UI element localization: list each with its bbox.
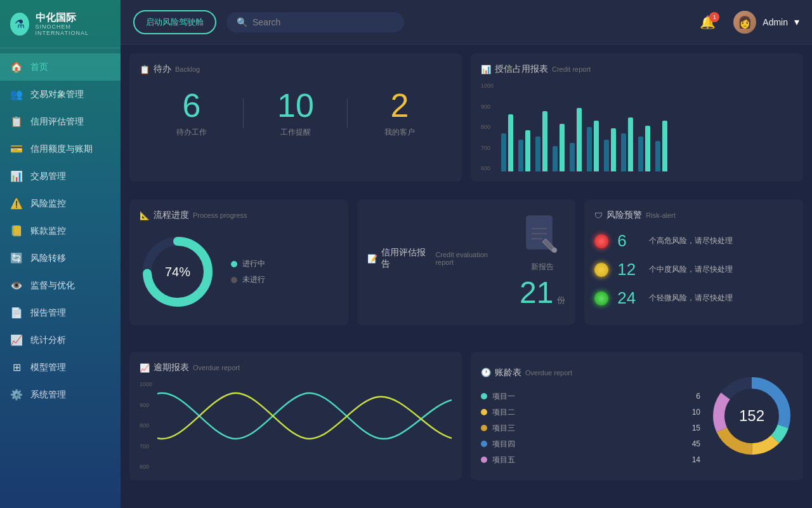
sidebar-item-风险监控[interactable]: ⚠️风险监控 bbox=[0, 190, 121, 217]
ledger-item-num: 15 bbox=[692, 424, 700, 432]
credit-eval-title-en: Credit evaluation report bbox=[435, 251, 504, 266]
bar-group bbox=[518, 130, 530, 171]
risk-alert-card: 🛡 风险预警 Risk-alert 6个高危风险，请尽快处理12个中度风险，请尽… bbox=[584, 199, 803, 325]
nav-icon-8: 👁️ bbox=[10, 279, 23, 291]
sidebar-item-交易对象管理[interactable]: 👥交易对象管理 bbox=[0, 81, 121, 108]
sidebar-item-账款监控[interactable]: 📒账款监控 bbox=[0, 217, 121, 244]
notification-badge: 1 bbox=[709, 12, 719, 22]
svg-point-8 bbox=[552, 248, 557, 253]
overdue-line-chart bbox=[157, 381, 452, 470]
row1: 📋 待办 Backlog 6待办工作10工作提醒2我的客户 📊 授信占用报表 C… bbox=[129, 53, 803, 182]
credit-report-title: 📊 授信占用报表 Credit report bbox=[481, 64, 793, 75]
metric-label: 我的客户 bbox=[348, 127, 452, 138]
ledger-total: 152 bbox=[739, 407, 764, 425]
user-area[interactable]: 👩 Admin ▾ bbox=[733, 11, 799, 34]
sidebar-item-报告管理[interactable]: 📄报告管理 bbox=[0, 299, 121, 326]
row3: 📈 逾期报表 Overdue report 1000 900 800 700 6… bbox=[129, 334, 803, 480]
search-input[interactable] bbox=[252, 17, 394, 27]
ledger-title-en: Overdue report bbox=[525, 369, 572, 377]
nav-icon-5: ⚠️ bbox=[10, 197, 23, 210]
backlog-title-en: Backlog bbox=[175, 65, 200, 73]
bar-dark bbox=[638, 137, 643, 171]
report-unit: 份 bbox=[557, 295, 565, 306]
overdue-card: 📈 逾期报表 Overdue report 1000 900 800 700 6… bbox=[129, 352, 462, 480]
nav-label-5: 风险监控 bbox=[30, 198, 66, 210]
metric-label: 工作提醒 bbox=[244, 127, 348, 138]
nav-icon-2: 📋 bbox=[10, 116, 23, 128]
bar-bright bbox=[508, 114, 513, 171]
sidebar-item-风险转移[interactable]: 🔄风险转移 bbox=[0, 244, 121, 272]
sidebar-item-系统管理[interactable]: ⚙️系统管理 bbox=[0, 381, 121, 408]
ledger-item-label: 项目五 bbox=[492, 455, 515, 465]
nav-label-8: 监督与优化 bbox=[30, 280, 75, 291]
main-area: 启动风险驾驶舱 🔍 🔔 1 👩 Admin ▾ 📋 待办 bbox=[121, 0, 812, 508]
ledger-dot bbox=[481, 425, 487, 431]
bar-dark bbox=[604, 140, 609, 171]
ledger-legend-row: 项目一6 bbox=[481, 391, 700, 402]
metric-label: 待办工作 bbox=[140, 127, 244, 138]
ledger-title-cn: 账龄表 bbox=[495, 367, 521, 378]
process-title-en: Process progress bbox=[193, 211, 247, 219]
bar-group bbox=[570, 108, 582, 171]
process-donut-container: 74% 进行中 未进行 bbox=[140, 229, 338, 315]
overdue-y-labels: 1000 900 800 700 600 bbox=[140, 381, 155, 470]
overdue-icon: 📈 bbox=[140, 363, 150, 373]
nav-label-10: 统计分析 bbox=[30, 335, 66, 346]
bar-dark bbox=[535, 137, 540, 171]
risk-dot-green bbox=[594, 291, 608, 305]
process-percent: 74% bbox=[165, 265, 190, 279]
nav-label-6: 账款监控 bbox=[30, 225, 66, 237]
overdue-title-cn: 逾期报表 bbox=[154, 362, 189, 373]
bar-bright bbox=[594, 121, 599, 171]
legend-label-active: 进行中 bbox=[242, 258, 265, 269]
risk-list: 6个高危风险，请尽快处理12个中度风险，请尽快处理24个轻微风险，请尽快处理 bbox=[594, 229, 793, 311]
backlog-icon: 📋 bbox=[140, 65, 150, 74]
logo-icon: ⚗ bbox=[10, 13, 29, 36]
risk-dot-yellow bbox=[594, 263, 608, 277]
ledger-donut: 152 bbox=[710, 375, 793, 457]
metric-item: 6待办工作 bbox=[140, 89, 244, 138]
sidebar-item-首页[interactable]: 🏠首页 bbox=[0, 53, 121, 81]
bar-dark bbox=[587, 127, 592, 171]
nav-icon-11: ⊞ bbox=[10, 361, 23, 373]
search-icon: 🔍 bbox=[237, 17, 247, 27]
credit-report-title-cn: 授信占用报表 bbox=[495, 64, 548, 75]
credit-eval-card: 📝 信用评估报告 Credit evaluation report 新报告 bbox=[357, 199, 576, 325]
ledger-legend-row: 项目四45 bbox=[481, 439, 700, 450]
credit-report-icon: 📊 bbox=[481, 65, 491, 74]
backlog-title-cn: 待办 bbox=[154, 64, 171, 75]
search-box: 🔍 bbox=[226, 12, 404, 32]
bar-dark bbox=[621, 133, 626, 171]
bar-group bbox=[621, 117, 633, 171]
sidebar-item-监督与优化[interactable]: 👁️监督与优化 bbox=[0, 272, 121, 299]
bar-group bbox=[501, 114, 513, 171]
credit-chart-y-labels: 1000 900 800 700 600 bbox=[481, 83, 496, 171]
sidebar-item-信用评估管理[interactable]: 📋信用评估管理 bbox=[0, 108, 121, 135]
nav-icon-9: 📄 bbox=[10, 307, 23, 319]
report-label: 新报告 bbox=[531, 262, 554, 272]
ledger-item-num: 14 bbox=[692, 455, 700, 464]
nav-icon-3: 💳 bbox=[10, 143, 23, 155]
risk-alert-title-en: Risk-alert bbox=[646, 211, 675, 219]
sidebar-item-交易管理[interactable]: 📊交易管理 bbox=[0, 163, 121, 190]
risk-count: 24 bbox=[617, 288, 640, 308]
launch-button[interactable]: 启动风险驾驶舱 bbox=[133, 10, 216, 34]
bar-group bbox=[553, 124, 565, 171]
risk-desc: 个轻微风险，请尽快处理 bbox=[649, 293, 733, 304]
nav-label-0: 首页 bbox=[30, 62, 48, 73]
backlog-card: 📋 待办 Backlog 6待办工作10工作提醒2我的客户 bbox=[129, 53, 462, 182]
sidebar-item-模型管理[interactable]: ⊞模型管理 bbox=[0, 354, 121, 381]
ledger-item-label: 项目四 bbox=[492, 439, 515, 450]
nav-icon-6: 📒 bbox=[10, 225, 23, 237]
risk-row: 6个高危风险，请尽快处理 bbox=[594, 231, 793, 251]
notification-button[interactable]: 🔔 1 bbox=[700, 15, 716, 30]
backlog-title: 📋 待办 Backlog bbox=[140, 64, 452, 75]
sidebar: ⚗ 中化国际 SINOCHEM INTERNATIONAL 🏠首页👥交易对象管理… bbox=[0, 0, 121, 508]
sidebar-item-统计分析[interactable]: 📈统计分析 bbox=[0, 326, 121, 354]
bar-bright bbox=[611, 128, 616, 171]
process-title: 📐 流程进度 Process progress bbox=[140, 210, 338, 221]
bar-group bbox=[604, 128, 616, 171]
ledger-card: 🕐 账龄表 Overdue report 项目一6项目二10项目三15项目四45… bbox=[471, 352, 803, 480]
sidebar-item-信用额度与账期[interactable]: 💳信用额度与账期 bbox=[0, 135, 121, 163]
nav-icon-1: 👥 bbox=[10, 88, 23, 100]
